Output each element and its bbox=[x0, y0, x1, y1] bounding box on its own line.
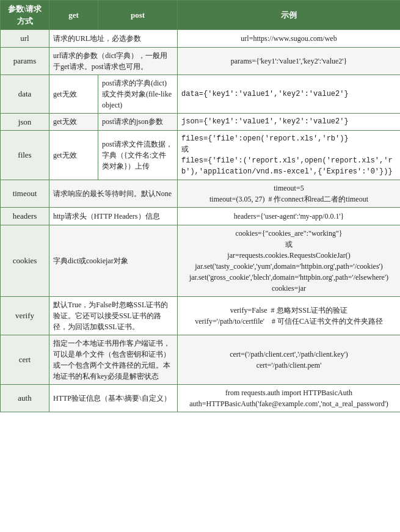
param-verify: verify bbox=[1, 296, 49, 335]
header-param: 参数\请求方式 bbox=[1, 1, 49, 30]
timeout-desc: 请求响应的最长等待时间。默认None bbox=[49, 180, 178, 208]
row-auth: auth HTTP验证信息（基本\摘要\自定义） from requests.a… bbox=[1, 384, 401, 412]
cookies-desc: 字典dict或cookiejar对象 bbox=[49, 225, 178, 296]
row-params: params url请求的参数（dict字典），一般用于get请求。post请求… bbox=[1, 47, 401, 75]
params-desc: url请求的参数（dict字典），一般用于get请求。post请求也可用。 bbox=[49, 47, 178, 75]
cert-desc: 指定一个本地证书用作客户端证书，可以是单个文件（包含密钥和证书）或一个包含两个文… bbox=[49, 335, 178, 384]
cookies-example: cookies={"cookies_are":"working"} 或 jar=… bbox=[178, 225, 401, 296]
data-example: data={'key1':'value1','key2':'value2'} bbox=[178, 75, 401, 113]
row-timeout: timeout 请求响应的最长等待时间。默认None timeout=5 tim… bbox=[1, 180, 401, 208]
row-data: data get无效 post请求的字典(dict)或文件类对象(file-li… bbox=[1, 75, 401, 113]
header-example: 示例 bbox=[178, 1, 401, 30]
params-table: 参数\请求方式 get post 示例 url 请求的URL地址，必选参数 ur… bbox=[0, 0, 400, 412]
param-headers: headers bbox=[1, 208, 49, 225]
timeout-example: timeout=5 timeout=(3.05, 27) # 作connect和… bbox=[178, 180, 401, 208]
row-headers: headers http请求头（HTTP Headers）信息 headers=… bbox=[1, 208, 401, 225]
verify-example: verify=False # 忽略对SSL证书的验证 verify='/path… bbox=[178, 296, 401, 335]
row-cookies: cookies 字典dict或cookiejar对象 cookies={"coo… bbox=[1, 225, 401, 296]
cert-example: cert=('/path/client.cert','/path/client.… bbox=[178, 335, 401, 384]
param-params: params bbox=[1, 47, 49, 75]
files-get: get无效 bbox=[49, 131, 98, 180]
files-post: post请求文件流数据，字典（{文件名:文件类对象}）上传 bbox=[98, 131, 178, 180]
params-example: params={'key1':'value1','key2':'value2'} bbox=[178, 47, 401, 75]
param-auth: auth bbox=[1, 384, 49, 412]
url-example: url=https://www.sugou.com/web bbox=[178, 30, 401, 48]
verify-desc: 默认True，为False时忽略SSL证书的验证。它还可以接受SSL证书的路径，… bbox=[49, 296, 178, 335]
param-cookies: cookies bbox=[1, 225, 49, 296]
row-json: json get无效 post请求的json参数 json={'key1':'v… bbox=[1, 113, 401, 131]
param-timeout: timeout bbox=[1, 180, 49, 208]
json-example: json={'key1':'value1','key2':'value2'} bbox=[178, 113, 401, 131]
files-example: files={'file':open('report.xls','rb')} 或… bbox=[178, 131, 401, 180]
json-get: get无效 bbox=[49, 113, 98, 131]
header-post: post bbox=[98, 1, 178, 30]
param-cert: cert bbox=[1, 335, 49, 384]
auth-example: from requests.auth import HTTPBasicAuth … bbox=[178, 384, 401, 412]
data-get: get无效 bbox=[49, 75, 98, 113]
json-post: post请求的json参数 bbox=[98, 113, 178, 131]
data-post: post请求的字典(dict)或文件类对象(file-like object) bbox=[98, 75, 178, 113]
headers-desc: http请求头（HTTP Headers）信息 bbox=[49, 208, 178, 225]
row-cert: cert 指定一个本地证书用作客户端证书，可以是单个文件（包含密钥和证书）或一个… bbox=[1, 335, 401, 384]
param-data: data bbox=[1, 75, 49, 113]
row-verify: verify 默认True，为False时忽略SSL证书的验证。它还可以接受SS… bbox=[1, 296, 401, 335]
auth-desc: HTTP验证信息（基本\摘要\自定义） bbox=[49, 384, 178, 412]
param-json: json bbox=[1, 113, 49, 131]
param-files: files bbox=[1, 131, 49, 180]
row-files: files get无效 post请求文件流数据，字典（{文件名:文件类对象}）上… bbox=[1, 131, 401, 180]
param-url: url bbox=[1, 30, 49, 48]
row-url: url 请求的URL地址，必选参数 url=https://www.sugou.… bbox=[1, 30, 401, 48]
headers-example: headers={'user-agent':'my-app/0.0.1'} bbox=[178, 208, 401, 225]
url-desc: 请求的URL地址，必选参数 bbox=[49, 30, 178, 48]
header-get: get bbox=[49, 1, 98, 30]
